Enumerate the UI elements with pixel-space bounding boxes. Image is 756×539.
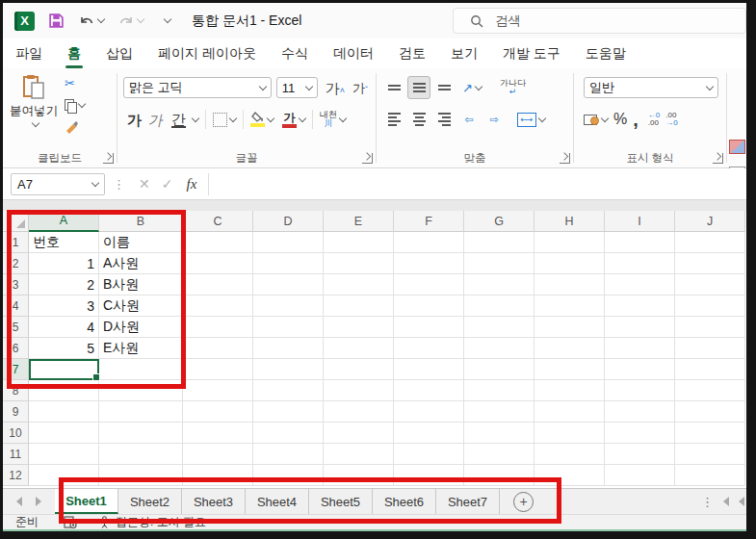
cell-d6[interactable] xyxy=(253,338,324,359)
decrease-indent-button[interactable]: ⇦ xyxy=(457,108,481,131)
bold-button[interactable]: 가 xyxy=(127,113,142,127)
comma-style-button[interactable]: , xyxy=(633,115,639,124)
cell-c2[interactable] xyxy=(183,253,253,274)
cell-j10[interactable] xyxy=(675,423,745,444)
tab-help[interactable]: 도움말 xyxy=(573,38,639,68)
conditional-formatting-icon[interactable] xyxy=(729,140,745,154)
font-dialog-launcher[interactable] xyxy=(362,153,373,164)
col-header-e[interactable]: E xyxy=(324,211,394,232)
cell-c10[interactable] xyxy=(183,423,253,444)
cell-b8[interactable] xyxy=(99,380,183,401)
underline-dropdown-icon[interactable] xyxy=(192,114,199,121)
borders-dropdown-icon[interactable] xyxy=(229,114,237,121)
cell-g11[interactable] xyxy=(464,444,534,465)
cell-i5[interactable] xyxy=(605,317,675,338)
row-header-3[interactable]: 3 xyxy=(3,274,29,295)
cell-f4[interactable] xyxy=(394,295,464,317)
align-center-button[interactable] xyxy=(407,108,430,131)
tab-insert[interactable]: 삽입 xyxy=(93,38,145,68)
cell-h11[interactable] xyxy=(534,444,605,465)
underline-button[interactable]: 간 xyxy=(171,112,186,128)
cell-b4[interactable]: C사원 xyxy=(99,295,183,317)
cell-h2[interactable] xyxy=(534,253,605,274)
paste-dropdown-icon[interactable] xyxy=(31,119,39,127)
number-dialog-launcher[interactable] xyxy=(713,153,723,164)
cell-b12[interactable] xyxy=(99,465,183,486)
cell-j8[interactable] xyxy=(675,380,745,401)
tab-page-layout[interactable]: 페이지 레이아웃 xyxy=(145,38,269,68)
cell-a2[interactable]: 1 xyxy=(29,253,99,274)
cell-g10[interactable] xyxy=(464,423,534,444)
fill-color-button[interactable] xyxy=(250,112,265,127)
tab-view[interactable]: 보기 xyxy=(438,38,490,68)
cell-b7[interactable] xyxy=(99,359,183,380)
percent-style-button[interactable]: % xyxy=(613,111,627,128)
insert-function-button[interactable]: fx xyxy=(186,176,196,192)
cell-i7[interactable] xyxy=(605,359,675,380)
cell-f6[interactable] xyxy=(394,338,464,359)
cell-h12[interactable] xyxy=(534,465,605,486)
tab-file[interactable]: 파일 xyxy=(3,38,55,68)
cell-f10[interactable] xyxy=(394,423,464,444)
cell-f9[interactable] xyxy=(394,401,464,423)
cell-j9[interactable] xyxy=(675,401,745,423)
cell-h8[interactable] xyxy=(534,380,605,401)
cell-h6[interactable] xyxy=(534,338,605,359)
row-header-11[interactable]: 11 xyxy=(3,444,29,465)
cell-f3[interactable] xyxy=(394,274,464,295)
cell-b9[interactable] xyxy=(99,401,183,423)
row-header-6[interactable]: 6 xyxy=(3,338,29,359)
font-name-combo[interactable]: 맑은 고딕 xyxy=(123,77,272,98)
cancel-button[interactable]: ✕ xyxy=(139,176,150,192)
cell-e12[interactable] xyxy=(324,465,394,486)
cell-j2[interactable] xyxy=(675,253,745,274)
cell-i9[interactable] xyxy=(605,401,675,423)
cell-j7[interactable] xyxy=(675,359,745,380)
tab-home[interactable]: 홈 xyxy=(55,38,93,68)
accessibility-status[interactable]: 접근성: 조사 필요 xyxy=(98,514,206,530)
cell-g12[interactable] xyxy=(464,465,534,486)
col-header-f[interactable]: F xyxy=(394,211,464,232)
font-size-combo[interactable]: 11 xyxy=(276,77,318,98)
cell-i10[interactable] xyxy=(605,423,675,444)
cell-f7[interactable] xyxy=(394,359,464,380)
cell-b5[interactable]: D사원 xyxy=(99,317,183,338)
cell-j6[interactable] xyxy=(675,338,745,359)
cell-h4[interactable] xyxy=(534,295,605,317)
cell-b11[interactable] xyxy=(99,444,183,465)
font-color-button[interactable]: 가 xyxy=(282,112,297,128)
cell-g5[interactable] xyxy=(464,317,534,338)
cell-c11[interactable] xyxy=(183,444,253,465)
align-left-button[interactable] xyxy=(382,108,405,131)
undo-dropdown-icon[interactable] xyxy=(97,15,105,23)
cell-c9[interactable] xyxy=(183,401,253,423)
active-cell-selection[interactable] xyxy=(29,359,99,380)
cell-d4[interactable] xyxy=(253,295,324,317)
orientation-button[interactable]: ↗ xyxy=(457,76,486,99)
fill-handle[interactable] xyxy=(92,373,100,381)
sheet-tab-sheet6[interactable]: Sheet6 xyxy=(373,489,436,514)
cell-b6[interactable]: E사원 xyxy=(99,338,183,359)
increase-indent-button[interactable]: ⇨ xyxy=(482,108,506,131)
cell-d8[interactable] xyxy=(253,380,324,401)
cell-a10[interactable] xyxy=(29,423,99,444)
bottom-align-button[interactable] xyxy=(432,76,456,99)
top-align-button[interactable] xyxy=(382,76,405,99)
col-header-i[interactable]: I xyxy=(605,211,675,232)
cell-h5[interactable] xyxy=(534,317,605,338)
cell-e8[interactable] xyxy=(324,380,394,401)
cell-f2[interactable] xyxy=(394,253,464,274)
cell-h1[interactable] xyxy=(534,232,605,253)
cell-d2[interactable] xyxy=(253,253,324,274)
cell-f1[interactable] xyxy=(394,232,464,253)
cell-d9[interactable] xyxy=(253,401,324,423)
cell-e9[interactable] xyxy=(324,401,394,423)
cell-c1[interactable] xyxy=(183,232,253,253)
col-header-d[interactable]: D xyxy=(253,211,324,232)
shrink-font-button[interactable]: 가ˇ xyxy=(352,82,368,94)
select-all-button[interactable] xyxy=(3,211,29,232)
cell-a12[interactable] xyxy=(29,465,99,486)
cell-b10[interactable] xyxy=(99,423,183,444)
cell-g3[interactable] xyxy=(464,274,534,295)
customize-qat-button[interactable] xyxy=(157,19,170,22)
